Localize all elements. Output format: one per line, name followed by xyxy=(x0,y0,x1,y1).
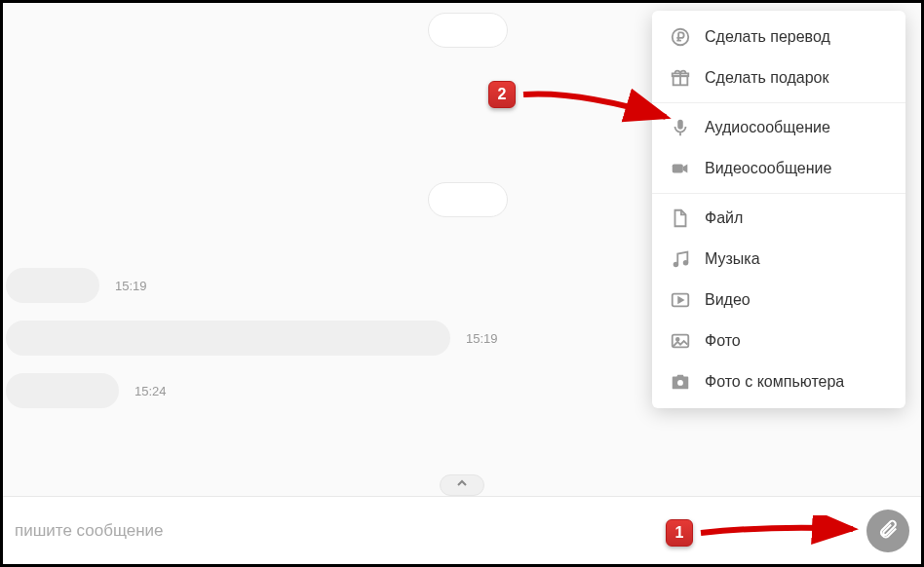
menu-label: Сделать перевод xyxy=(705,28,830,46)
svg-point-9 xyxy=(676,338,679,341)
menu-label: Видео xyxy=(705,291,751,309)
menu-item-audio[interactable]: Аудиосообщение xyxy=(652,107,905,148)
attach-button[interactable] xyxy=(866,510,909,552)
message-bubble xyxy=(6,268,99,303)
menu-label: Фото с компьютера xyxy=(705,373,844,391)
menu-item-file[interactable]: Файл xyxy=(652,198,905,239)
menu-item-photo-computer[interactable]: Фото с компьютера xyxy=(652,361,905,402)
microphone-icon xyxy=(670,117,691,138)
gift-icon xyxy=(670,67,691,89)
menu-item-transfer[interactable]: Сделать перевод xyxy=(652,17,905,57)
videocam-icon xyxy=(670,158,691,179)
svg-rect-3 xyxy=(677,120,683,130)
svg-point-5 xyxy=(674,263,678,267)
menu-label: Сделать подарок xyxy=(705,69,829,87)
attach-menu: Сделать перевод Сделать подарок Аудиосоо… xyxy=(652,11,905,408)
svg-point-6 xyxy=(684,261,688,265)
callout-label: 1 xyxy=(675,524,684,542)
message-row: 15:24 xyxy=(6,373,167,408)
message-row: 15:19 xyxy=(6,268,147,303)
menu-label: Музыка xyxy=(705,250,760,268)
message-bubble xyxy=(6,321,450,356)
file-icon xyxy=(670,208,691,229)
message-time: 15:19 xyxy=(466,331,498,346)
chevron-up-icon xyxy=(454,475,470,495)
menu-label: Видеосообщение xyxy=(705,160,831,177)
menu-label: Фото xyxy=(705,332,741,350)
video-play-icon xyxy=(670,289,691,311)
message-input-bar xyxy=(3,496,921,564)
menu-item-video-msg[interactable]: Видеосообщение xyxy=(652,148,905,189)
menu-item-music[interactable]: Музыка xyxy=(652,239,905,280)
message-bubble xyxy=(428,182,508,217)
music-icon xyxy=(670,248,691,270)
menu-label: Аудиосообщение xyxy=(705,119,830,136)
message-bubble xyxy=(428,13,508,48)
menu-label: Файл xyxy=(705,209,743,227)
expand-button[interactable] xyxy=(440,474,484,496)
svg-point-10 xyxy=(677,380,683,386)
callout-step-2: 2 xyxy=(488,81,516,108)
menu-item-video[interactable]: Видео xyxy=(652,280,905,321)
svg-rect-4 xyxy=(673,164,683,172)
message-time: 15:24 xyxy=(135,384,167,398)
message-time: 15:19 xyxy=(115,279,147,293)
message-bubble xyxy=(6,373,119,408)
image-icon xyxy=(670,330,691,352)
paperclip-icon xyxy=(877,518,899,544)
ruble-icon xyxy=(670,26,691,48)
message-row: 15:19 xyxy=(6,321,498,356)
camera-icon xyxy=(670,371,691,393)
menu-item-gift[interactable]: Сделать подарок xyxy=(652,57,905,98)
callout-step-1: 1 xyxy=(666,519,693,547)
message-input[interactable] xyxy=(15,521,857,541)
menu-item-photo[interactable]: Фото xyxy=(652,321,905,361)
callout-label: 2 xyxy=(498,86,507,103)
